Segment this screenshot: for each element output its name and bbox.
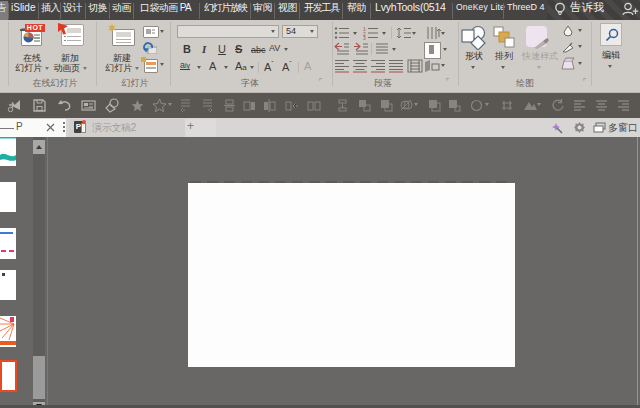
svg-text:3: 3 bbox=[363, 35, 366, 40]
